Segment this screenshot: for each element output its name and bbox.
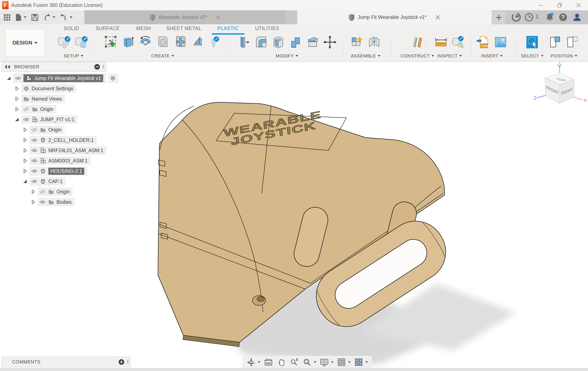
joint-icon[interactable]: [367, 34, 382, 50]
visibility-off-icon[interactable]: [39, 189, 46, 195]
group-label-insert[interactable]: INSERT: [481, 53, 503, 58]
orbit-caret-icon[interactable]: [258, 361, 261, 363]
visibility-on-icon[interactable]: [31, 137, 38, 143]
browser-item-label[interactable]: JUMP_FIT v1:1: [40, 117, 74, 123]
expander-collapsed-icon[interactable]: [14, 96, 20, 102]
tab-plastic[interactable]: PLASTIC: [217, 26, 239, 31]
press-pull-icon[interactable]: [236, 34, 252, 50]
extrude-icon[interactable]: [121, 34, 136, 50]
restore-button[interactable]: [550, 0, 569, 10]
visibility-on-icon[interactable]: [31, 168, 38, 174]
panel-grip-icon[interactable]: ‖: [103, 64, 105, 70]
job-status-clock-icon[interactable]: [524, 12, 534, 22]
tab-surface[interactable]: SURFACE: [96, 26, 120, 31]
tab-mesh[interactable]: MESH: [136, 26, 151, 31]
viewports-icon[interactable]: [354, 357, 364, 367]
measure-icon[interactable]: [433, 34, 449, 50]
select-icon[interactable]: [524, 34, 540, 50]
comments-panel-header[interactable]: COMMENTS ‖: [1, 357, 131, 367]
workspace-selector[interactable]: DESIGN: [5, 29, 44, 56]
new-component-icon[interactable]: [349, 34, 365, 50]
visibility-on-icon[interactable]: [23, 116, 30, 123]
look-at-icon[interactable]: [263, 357, 273, 367]
section-analysis-icon[interactable]: [451, 34, 466, 50]
tab-solid[interactable]: SOLID: [64, 26, 79, 31]
undo-caret-icon[interactable]: [52, 16, 55, 18]
visibility-on-icon[interactable]: [31, 178, 38, 185]
boss-icon[interactable]: [207, 34, 222, 50]
revolve-icon[interactable]: [138, 34, 153, 50]
display-settings-caret-icon[interactable]: [331, 361, 334, 363]
browser-panel-header[interactable]: BROWSER ‖: [1, 62, 106, 72]
fit-icon[interactable]: [302, 357, 312, 367]
expander-expanded-icon[interactable]: [14, 117, 20, 122]
selected-item[interactable]: Jump Fit Wearable Joystick v1: [23, 74, 103, 82]
browser-item-label[interactable]: ASM0003_ASM:1: [48, 158, 88, 164]
browser-item-label[interactable]: CAP:1: [48, 179, 63, 184]
hole-icon[interactable]: [155, 34, 170, 50]
expander-collapsed-icon[interactable]: [22, 158, 28, 164]
rib-icon[interactable]: [172, 34, 188, 50]
viewports-caret-icon[interactable]: [365, 361, 368, 363]
fit-caret-icon[interactable]: [314, 361, 316, 363]
expander-collapsed-icon[interactable]: [14, 106, 20, 112]
activate-component-radio[interactable]: [108, 74, 117, 83]
file-menu-caret-icon[interactable]: [24, 16, 27, 18]
expander-expanded-icon[interactable]: [6, 75, 11, 81]
data-panel-grid-icon[interactable]: [3, 14, 11, 21]
capture-position-icon[interactable]: [548, 34, 563, 50]
browser-item-label[interactable]: Jump Fit Wearable Joystick v1: [34, 75, 101, 81]
browser-row[interactable]: CAP:1: [1, 176, 135, 187]
tab-sheet-metal[interactable]: SHEET METAL: [166, 26, 201, 31]
tab-jump-fit-wearable-joystick-v1[interactable]: Jump Fit Wearable Joystick v1*: [297, 10, 492, 24]
browser-item-label[interactable]: Origin: [56, 189, 70, 195]
redo-caret-icon[interactable]: [70, 16, 73, 18]
browser-row[interactable]: Origin: [1, 125, 135, 135]
group-label-modify[interactable]: MODIFY: [276, 53, 298, 58]
panel-display-toggle-icon[interactable]: [94, 64, 100, 70]
close-tab-icon[interactable]: [216, 15, 221, 20]
visibility-off-icon[interactable]: [23, 106, 30, 112]
expander-collapsed-icon[interactable]: [22, 148, 28, 153]
browser-row[interactable]: Origin: [1, 104, 135, 114]
grid-settings-icon[interactable]: [336, 357, 346, 367]
browser-item-label[interactable]: Origin: [40, 106, 53, 112]
construct-plane-icon[interactable]: [410, 34, 425, 50]
move-copy-icon[interactable]: [322, 34, 338, 50]
expander-collapsed-icon[interactable]: [30, 189, 36, 194]
pan-icon[interactable]: [276, 357, 286, 367]
help-icon[interactable]: ?: [558, 12, 568, 22]
file-menu-icon[interactable]: [15, 13, 21, 21]
user-avatar[interactable]: [572, 12, 582, 22]
insert-svg-icon[interactable]: SVG: [476, 34, 491, 50]
browser-item-label[interactable]: Bodies: [56, 199, 72, 205]
add-comment-icon[interactable]: [118, 359, 125, 365]
browser-row[interactable]: Bodies: [1, 197, 135, 207]
visibility-off-icon[interactable]: [31, 127, 38, 133]
group-label-assemble[interactable]: ASSEMBLE: [351, 53, 380, 58]
browser-row[interactable]: Named Views: [1, 94, 135, 104]
redo-icon[interactable]: [60, 14, 67, 21]
expander-expanded-icon[interactable]: [22, 179, 28, 184]
browser-row[interactable]: 2_CELL_HOLDER:1: [1, 135, 135, 145]
split-body-icon[interactable]: [305, 34, 320, 50]
group-label-inspect[interactable]: INSPECT: [437, 53, 462, 58]
tab-utilities[interactable]: UTILITIES: [255, 26, 279, 31]
setup-machine-icon[interactable]: [57, 34, 73, 50]
revert-position-icon[interactable]: [565, 34, 580, 50]
browser-item-label[interactable]: Origin: [48, 127, 62, 133]
close-window-button[interactable]: [569, 0, 588, 10]
create-sketch-icon[interactable]: [103, 34, 119, 50]
browser-row[interactable]: ASM0003_ASM:1: [1, 156, 135, 166]
fillet-icon[interactable]: [253, 34, 269, 50]
expander-collapsed-icon[interactable]: [22, 127, 28, 133]
visibility-on-icon[interactable]: [31, 158, 38, 164]
browser-item-label[interactable]: NRF24L01_ASM_ASM:1: [48, 148, 103, 153]
grid-settings-caret-icon[interactable]: [348, 361, 351, 363]
draft-icon[interactable]: [189, 34, 205, 50]
tab-wearable-joystick-v2[interactable]: Wearable Joystick v2*: [85, 10, 285, 24]
expander-collapsed-icon[interactable]: [22, 168, 28, 174]
browser-item-label[interactable]: HOUSING-2:1: [51, 168, 82, 174]
display-settings-icon[interactable]: [319, 357, 329, 367]
view-cube[interactable]: Y TOP FRONT RIGHT Z X: [529, 62, 588, 115]
